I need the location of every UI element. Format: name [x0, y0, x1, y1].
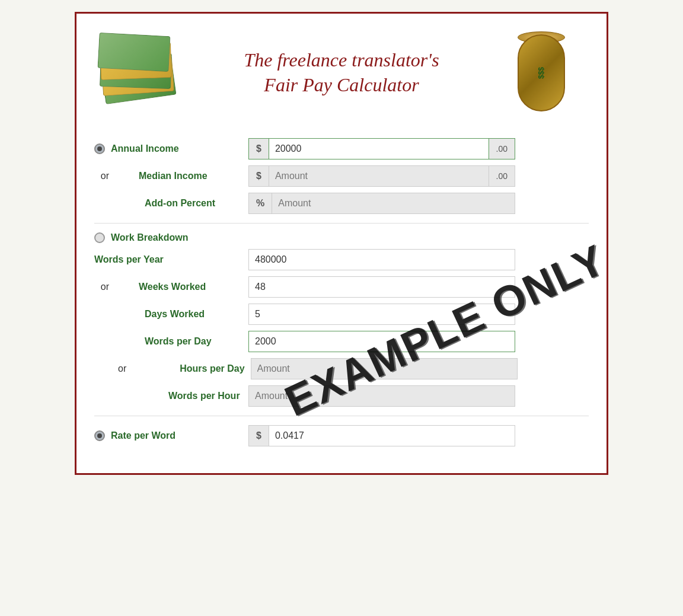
title-line2: Fair Pay Calculator — [264, 74, 419, 95]
words-per-year-label: Words per Year — [94, 254, 164, 265]
addon-percent-row: Add-on Percent % — [94, 193, 589, 214]
addon-percent-input[interactable] — [272, 193, 515, 214]
words-per-hour-input-group — [248, 385, 515, 407]
weeks-worked-input-group — [248, 276, 515, 298]
median-income-input-group: $ .00 — [248, 165, 515, 187]
annual-income-label: Annual Income — [111, 143, 179, 154]
median-currency-prefix: $ — [248, 165, 269, 187]
words-per-day-row: Words per Day — [94, 331, 589, 352]
hours-per-day-input[interactable] — [251, 358, 518, 379]
days-worked-input[interactable] — [248, 304, 515, 325]
annual-income-radio[interactable] — [94, 143, 105, 154]
hours-per-day-label: Hours per Day — [132, 363, 244, 374]
dollar-roll-image: $$$ — [494, 25, 589, 120]
currency-prefix: $ — [248, 138, 269, 159]
or-text-3: or — [94, 363, 126, 374]
work-breakdown-header-row: Work Breakdown — [94, 232, 589, 243]
rate-per-word-radio[interactable] — [94, 430, 105, 441]
income-section: Annual Income $ .00 or Median Income $ .… — [94, 138, 589, 214]
words-per-day-label: Words per Day — [121, 336, 212, 347]
work-section: Work Breakdown Words per Year or Weeks W… — [94, 232, 589, 407]
weeks-worked-label: Weeks Worked — [115, 282, 206, 292]
words-per-day-input[interactable] — [248, 331, 515, 352]
rate-currency-prefix: $ — [248, 425, 269, 446]
days-worked-row: Days Worked — [94, 304, 589, 325]
separator-2 — [94, 416, 589, 416]
result-section: Rate per Word $ — [94, 425, 589, 446]
money-stack-image — [94, 25, 189, 120]
work-breakdown-label: Work Breakdown — [111, 232, 188, 243]
calculator-container: The freelance translator's Fair Pay Calc… — [75, 12, 608, 475]
hours-per-day-row: or Hours per Day — [94, 358, 589, 379]
addon-percent-label: Add-on Percent — [121, 198, 215, 209]
words-per-year-input[interactable] — [248, 249, 515, 270]
rate-per-word-input[interactable] — [269, 425, 515, 446]
days-worked-label: Days Worked — [121, 309, 205, 320]
addon-percent-input-group: % — [248, 193, 515, 214]
words-per-day-input-group — [248, 331, 515, 352]
header: The freelance translator's Fair Pay Calc… — [94, 25, 589, 120]
words-per-hour-label: Words per Hour — [121, 391, 240, 401]
rate-per-word-row: Rate per Word $ — [94, 425, 589, 446]
weeks-worked-row: or Weeks Worked — [94, 276, 589, 298]
median-income-cents: .00 — [489, 165, 515, 187]
annual-income-input-group: $ .00 — [248, 138, 515, 159]
separator-1 — [94, 223, 589, 224]
annual-income-input[interactable] — [269, 138, 489, 159]
hours-per-day-input-group — [251, 358, 518, 379]
words-per-year-row: Words per Year — [94, 249, 589, 270]
title-line1: The freelance translator's — [244, 49, 439, 71]
or-text-2: or — [94, 282, 109, 292]
median-income-row: or Median Income $ .00 — [94, 165, 589, 187]
or-text-1: or — [94, 171, 109, 181]
rate-per-word-label: Rate per Word — [111, 430, 175, 441]
median-income-label: Median Income — [115, 171, 208, 181]
rate-per-word-input-group: $ — [248, 425, 515, 446]
words-per-hour-row: Words per Hour — [94, 385, 589, 407]
work-breakdown-radio[interactable] — [94, 232, 105, 243]
median-income-input[interactable] — [269, 165, 489, 187]
percent-prefix: % — [248, 193, 272, 214]
page-title: The freelance translator's Fair Pay Calc… — [189, 48, 494, 97]
weeks-worked-input[interactable] — [248, 276, 515, 298]
annual-income-row: Annual Income $ .00 — [94, 138, 589, 159]
annual-income-cents: .00 — [489, 138, 515, 159]
words-per-hour-input[interactable] — [248, 385, 515, 407]
days-worked-input-group — [248, 304, 515, 325]
words-per-year-input-group — [248, 249, 515, 270]
